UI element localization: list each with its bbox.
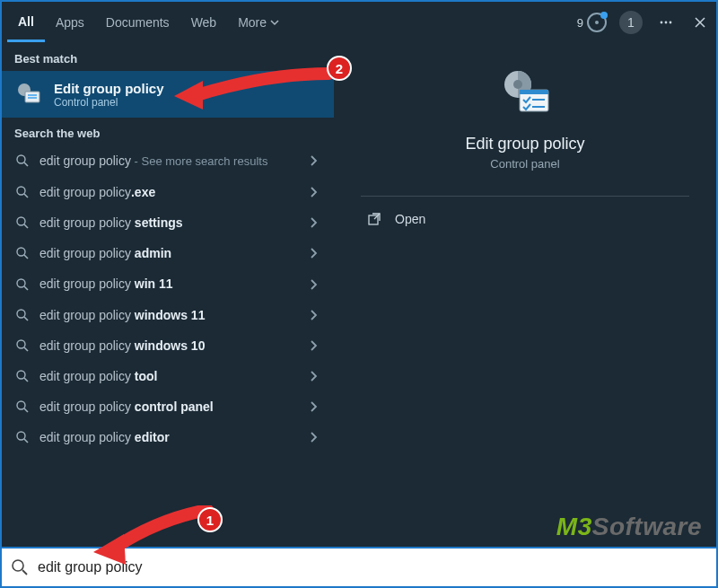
open-action[interactable]: Open bbox=[334, 197, 716, 241]
web-result-item[interactable]: edit group policy - See more search resu… bbox=[2, 145, 334, 177]
header-right: 9 1 bbox=[577, 2, 711, 43]
search-tabs: All Apps Documents Web More 9 1 bbox=[2, 2, 716, 43]
chevron-right-icon bbox=[305, 184, 321, 200]
chevron-right-icon bbox=[305, 368, 321, 384]
svg-line-13 bbox=[24, 224, 28, 228]
web-result-text: edit group policy editor bbox=[39, 429, 296, 445]
tab-label: All bbox=[18, 14, 34, 29]
tab-documents[interactable]: Documents bbox=[95, 3, 180, 42]
svg-line-25 bbox=[24, 408, 28, 412]
svg-point-35 bbox=[13, 560, 23, 571]
reward-count: 9 bbox=[577, 16, 583, 30]
account-badge[interactable]: 1 bbox=[619, 11, 643, 34]
best-match-title: Edit group policy bbox=[54, 81, 164, 96]
web-result-item[interactable]: edit group policy editor bbox=[2, 422, 334, 452]
web-result-item[interactable]: edit group policy settings bbox=[2, 207, 334, 238]
web-result-item[interactable]: edit group policy admin bbox=[2, 238, 334, 268]
more-options-button[interactable] bbox=[655, 12, 677, 33]
svg-point-14 bbox=[17, 248, 25, 256]
svg-line-19 bbox=[24, 317, 28, 320]
web-result-text: edit group policy settings bbox=[39, 215, 296, 231]
rewards-button[interactable]: 9 bbox=[577, 13, 607, 32]
tab-label: Apps bbox=[56, 15, 84, 30]
web-result-item[interactable]: edit group policy.exe bbox=[2, 177, 334, 207]
svg-line-11 bbox=[24, 194, 28, 197]
open-label: Open bbox=[395, 212, 425, 226]
detail-title: Edit group policy bbox=[465, 135, 584, 154]
svg-point-16 bbox=[17, 279, 25, 287]
svg-point-26 bbox=[17, 432, 25, 440]
watermark-part1: M3 bbox=[556, 513, 592, 540]
detail-column: Edit group policy Control panel Open bbox=[334, 2, 716, 549]
chevron-right-icon bbox=[305, 245, 321, 261]
search-icon bbox=[14, 429, 31, 445]
chevron-right-icon bbox=[305, 276, 321, 293]
svg-rect-31 bbox=[520, 90, 548, 94]
tab-apps[interactable]: Apps bbox=[45, 3, 95, 42]
web-result-text: edit group policy tool bbox=[39, 368, 296, 384]
svg-marker-38 bbox=[93, 534, 126, 565]
windows-search-panel: All Apps Documents Web More 9 1 bbox=[2, 2, 716, 549]
svg-point-24 bbox=[17, 401, 25, 409]
web-result-text: edit group policy control panel bbox=[39, 399, 296, 415]
detail-subtitle: Control panel bbox=[490, 157, 559, 171]
tab-label: Documents bbox=[106, 15, 170, 30]
annotation-badge-1: 1 bbox=[197, 507, 223, 532]
web-result-item[interactable]: edit group policy windows 10 bbox=[2, 330, 334, 361]
annotation-arrow-2 bbox=[167, 65, 337, 118]
best-match-text: Edit group policy Control panel bbox=[54, 81, 164, 109]
best-match-subtitle: Control panel bbox=[54, 96, 164, 109]
svg-point-1 bbox=[661, 22, 663, 24]
web-result-text: edit group policy admin bbox=[39, 245, 296, 261]
watermark-part2: Software bbox=[592, 513, 702, 540]
svg-line-9 bbox=[24, 162, 28, 166]
search-icon bbox=[14, 184, 31, 200]
web-results-list: edit group policy - See more search resu… bbox=[2, 145, 334, 453]
web-result-text: edit group policy windows 11 bbox=[39, 307, 296, 323]
svg-point-8 bbox=[17, 155, 25, 163]
search-icon bbox=[14, 153, 31, 169]
svg-point-18 bbox=[17, 310, 25, 318]
search-icon bbox=[14, 399, 31, 415]
svg-line-15 bbox=[24, 255, 28, 259]
search-icon bbox=[14, 368, 31, 384]
chevron-right-icon bbox=[305, 153, 321, 169]
tab-all[interactable]: All bbox=[7, 3, 45, 42]
svg-line-17 bbox=[24, 286, 28, 290]
chevron-right-icon bbox=[305, 215, 321, 231]
web-result-text: edit group policy - See more search resu… bbox=[39, 153, 296, 170]
search-icon bbox=[14, 245, 31, 261]
tab-web[interactable]: Web bbox=[180, 3, 228, 42]
svg-point-2 bbox=[665, 22, 668, 24]
web-result-item[interactable]: edit group policy win 11 bbox=[2, 268, 334, 299]
svg-line-21 bbox=[24, 347, 28, 351]
close-button[interactable] bbox=[689, 12, 711, 33]
chevron-right-icon bbox=[305, 429, 321, 445]
chevron-right-icon bbox=[305, 399, 321, 415]
group-policy-icon-large bbox=[496, 65, 554, 122]
svg-point-10 bbox=[17, 187, 25, 195]
svg-line-36 bbox=[22, 570, 27, 575]
search-icon bbox=[14, 338, 31, 354]
search-icon bbox=[14, 307, 31, 323]
web-result-item[interactable]: edit group policy windows 11 bbox=[2, 300, 334, 330]
web-result-item[interactable]: edit group policy control panel bbox=[2, 391, 334, 422]
badge-text: 1 bbox=[627, 15, 635, 30]
tab-label: More bbox=[238, 15, 267, 30]
web-result-text: edit group policy.exe bbox=[39, 184, 296, 200]
open-icon bbox=[366, 211, 382, 227]
detail-pane: Edit group policy Control panel bbox=[334, 47, 716, 171]
chevron-right-icon bbox=[305, 338, 321, 354]
group-policy-icon bbox=[14, 80, 43, 109]
svg-point-22 bbox=[17, 371, 25, 379]
svg-point-12 bbox=[17, 217, 25, 225]
svg-point-3 bbox=[670, 22, 672, 24]
search-icon bbox=[14, 276, 31, 293]
svg-point-0 bbox=[595, 21, 599, 24]
svg-marker-37 bbox=[174, 81, 203, 110]
watermark: M3Software bbox=[556, 513, 702, 541]
annotation-badge-2: 2 bbox=[327, 56, 352, 81]
tab-more[interactable]: More bbox=[227, 3, 290, 42]
web-result-item[interactable]: edit group policy tool bbox=[2, 361, 334, 391]
svg-rect-5 bbox=[25, 92, 39, 102]
